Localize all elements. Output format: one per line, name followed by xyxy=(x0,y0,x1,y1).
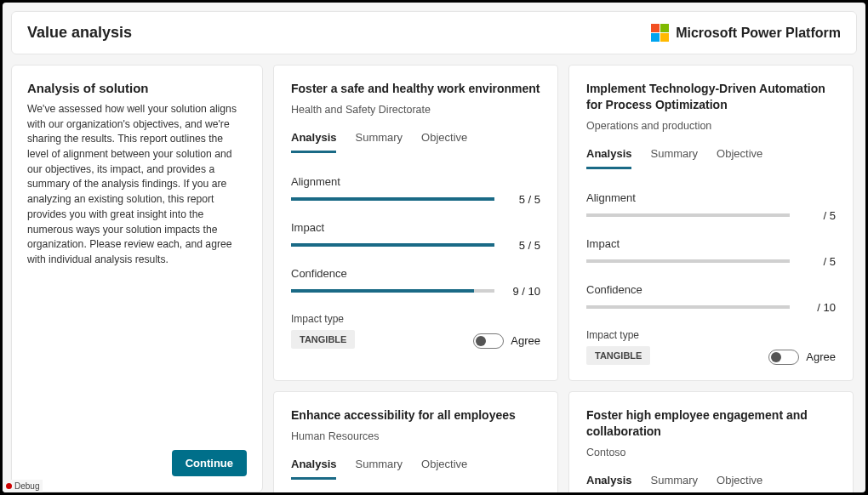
debug-label: Debug xyxy=(14,481,39,491)
confidence-bar xyxy=(586,305,790,309)
analysis-card: Implement Technology-Driven Automation f… xyxy=(568,65,854,381)
tab-objective[interactable]: Objective xyxy=(717,147,762,169)
card-subtitle: Operations and production xyxy=(586,120,836,132)
tab-summary[interactable]: Summary xyxy=(650,147,698,169)
impact-type-badge: TANGIBLE xyxy=(586,346,650,365)
impact-label: Impact xyxy=(586,237,836,250)
card-tabs: Analysis Summary Objective xyxy=(291,458,540,480)
tab-objective[interactable]: Objective xyxy=(421,458,467,480)
card-tabs: Analysis Summary Objective xyxy=(586,474,836,492)
continue-button[interactable]: Continue xyxy=(172,450,247,476)
alignment-bar xyxy=(291,197,494,201)
card-subtitle: Human Resources xyxy=(291,430,540,442)
brand-block: Microsoft Power Platform xyxy=(651,24,841,42)
card-tabs: Analysis Summary Objective xyxy=(586,147,836,169)
impact-label: Impact xyxy=(291,221,540,234)
page-title: Value analysis xyxy=(27,24,132,42)
impact-bar xyxy=(291,243,494,247)
agree-label: Agree xyxy=(806,350,836,363)
tab-analysis[interactable]: Analysis xyxy=(291,458,336,480)
impact-type-label: Impact type xyxy=(586,329,650,341)
card-tabs: Analysis Summary Objective xyxy=(291,131,540,153)
tab-summary[interactable]: Summary xyxy=(650,474,698,492)
card-title: Foster high employee engagement and coll… xyxy=(586,407,836,440)
analysis-card: Foster high employee engagement and coll… xyxy=(568,391,854,492)
impact-type-badge: TANGIBLE xyxy=(291,330,355,349)
confidence-label: Confidence xyxy=(291,267,540,280)
agree-toggle[interactable] xyxy=(768,350,799,365)
confidence-bar xyxy=(291,289,494,293)
left-panel-body: We've assessed how well your solution al… xyxy=(27,102,247,268)
impact-type-label: Impact type xyxy=(291,313,355,325)
impact-bar xyxy=(586,259,790,263)
impact-value: / 5 xyxy=(800,255,836,268)
brand-text: Microsoft Power Platform xyxy=(676,26,841,41)
cards-scroll-area[interactable]: Foster a safe and healthy work environme… xyxy=(273,65,857,492)
card-subtitle: Health and Safety Directorate xyxy=(291,104,540,116)
tab-objective[interactable]: Objective xyxy=(717,474,762,492)
alignment-label: Alignment xyxy=(586,191,836,204)
alignment-value: / 5 xyxy=(800,209,836,222)
alignment-bar xyxy=(586,213,790,217)
confidence-value: 9 / 10 xyxy=(505,285,540,298)
left-panel: Analysis of solution We've assessed how … xyxy=(11,65,263,492)
card-title: Foster a safe and healthy work environme… xyxy=(291,81,540,97)
tab-analysis[interactable]: Analysis xyxy=(586,147,631,169)
debug-indicator[interactable]: Debug xyxy=(3,480,43,492)
microsoft-logo-icon xyxy=(651,24,669,42)
tab-summary[interactable]: Summary xyxy=(355,458,403,480)
card-title: Enhance accessibility for all employees xyxy=(291,407,540,424)
confidence-label: Confidence xyxy=(586,283,836,296)
card-title: Implement Technology-Driven Automation f… xyxy=(586,81,836,113)
alignment-label: Alignment xyxy=(291,175,540,188)
left-panel-heading: Analysis of solution xyxy=(27,81,247,95)
tab-analysis[interactable]: Analysis xyxy=(586,474,631,492)
top-header: Value analysis Microsoft Power Platform xyxy=(11,11,857,54)
analysis-card: Enhance accessibility for all employees … xyxy=(273,391,558,492)
card-subtitle: Contoso xyxy=(586,447,836,458)
tab-analysis[interactable]: Analysis xyxy=(291,131,336,153)
tab-objective[interactable]: Objective xyxy=(421,131,467,153)
alignment-value: 5 / 5 xyxy=(505,193,540,206)
debug-dot-icon xyxy=(6,483,12,489)
impact-value: 5 / 5 xyxy=(505,239,540,252)
agree-label: Agree xyxy=(511,334,540,347)
confidence-value: / 10 xyxy=(800,301,836,314)
tab-summary[interactable]: Summary xyxy=(355,131,403,153)
analysis-card: Foster a safe and healthy work environme… xyxy=(273,65,558,381)
agree-toggle[interactable] xyxy=(473,333,504,349)
